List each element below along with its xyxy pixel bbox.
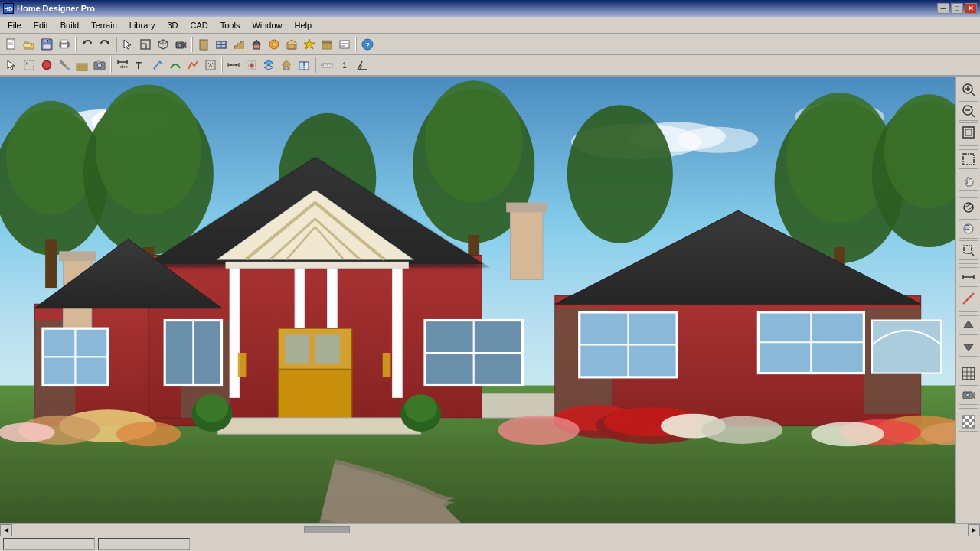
svg-rect-32 bbox=[253, 44, 260, 49]
material-button[interactable] bbox=[266, 36, 283, 53]
minimize-button[interactable]: ─ bbox=[937, 3, 949, 14]
svg-point-23 bbox=[178, 43, 182, 47]
svg-rect-147 bbox=[230, 263, 240, 397]
select-objects-button[interactable] bbox=[3, 57, 20, 73]
dimension2-button[interactable] bbox=[225, 57, 242, 73]
3d-overview-button[interactable] bbox=[155, 36, 172, 53]
save-button[interactable] bbox=[38, 36, 55, 53]
garage-button[interactable] bbox=[283, 36, 300, 53]
polyline-button[interactable] bbox=[185, 57, 201, 73]
svg-point-84 bbox=[250, 64, 253, 67]
print-button[interactable] bbox=[56, 36, 73, 53]
zoom-box-button[interactable] bbox=[959, 240, 978, 260]
menu-window[interactable]: Window bbox=[246, 19, 288, 31]
menu-terrain[interactable]: Terrain bbox=[85, 19, 123, 31]
section-button[interactable] bbox=[296, 57, 312, 73]
angle-tool[interactable] bbox=[354, 57, 371, 73]
draw-line-rt-button[interactable] bbox=[959, 289, 978, 308]
svg-point-34 bbox=[272, 42, 276, 47]
orbit-button[interactable] bbox=[959, 197, 978, 217]
camera-rt-button[interactable] bbox=[959, 385, 978, 405]
zoom-in-button[interactable] bbox=[959, 80, 978, 99]
scroll-thumb[interactable] bbox=[304, 526, 350, 533]
scroll-right-button[interactable]: ▶ bbox=[968, 524, 980, 536]
floor-texture-button[interactable] bbox=[74, 57, 90, 73]
svg-point-184 bbox=[498, 416, 580, 445]
undo-button[interactable] bbox=[79, 36, 96, 53]
select-arrow-button[interactable] bbox=[21, 57, 38, 73]
checkerboard-button[interactable] bbox=[959, 412, 978, 432]
menu-3d[interactable]: 3D bbox=[161, 19, 184, 31]
pencil-button[interactable] bbox=[149, 57, 166, 73]
svg-point-105 bbox=[677, 127, 758, 153]
svg-rect-202 bbox=[963, 154, 974, 165]
snap-button[interactable] bbox=[243, 57, 260, 73]
plan-button[interactable] bbox=[137, 36, 154, 53]
select-all-rt-button[interactable] bbox=[959, 149, 978, 169]
house-wizard-button[interactable] bbox=[301, 36, 318, 53]
svg-point-27 bbox=[205, 44, 207, 46]
door-button[interactable] bbox=[195, 36, 212, 53]
move-down-button[interactable] bbox=[959, 337, 978, 357]
paint-bucket-button[interactable] bbox=[56, 57, 73, 73]
menu-help[interactable]: Help bbox=[289, 19, 318, 31]
statusbar bbox=[0, 536, 980, 551]
room-label-button[interactable] bbox=[336, 36, 353, 53]
new-button[interactable] bbox=[3, 36, 20, 53]
sep3 bbox=[191, 37, 193, 52]
svg-point-188 bbox=[0, 422, 55, 442]
materials-rt-button[interactable] bbox=[959, 219, 978, 239]
window-button[interactable] bbox=[213, 36, 230, 53]
move-up-button[interactable] bbox=[959, 315, 978, 335]
arc-button[interactable] bbox=[167, 57, 184, 73]
menu-build[interactable]: Build bbox=[54, 19, 85, 31]
menu-file[interactable]: File bbox=[2, 19, 28, 31]
cad-button[interactable] bbox=[202, 57, 219, 73]
layer-button[interactable] bbox=[260, 57, 277, 73]
hand-tool-button[interactable] bbox=[959, 171, 978, 191]
open-button[interactable] bbox=[21, 36, 38, 53]
svg-rect-201 bbox=[965, 129, 972, 135]
redo-button[interactable] bbox=[96, 36, 113, 53]
svg-marker-14 bbox=[124, 40, 131, 49]
rt-sep5 bbox=[959, 360, 978, 360]
elevation-button[interactable] bbox=[278, 57, 295, 73]
zoom-out-button[interactable] bbox=[959, 101, 978, 121]
scroll-left-button[interactable]: ◀ bbox=[0, 524, 12, 536]
3d-camera-button[interactable] bbox=[172, 36, 189, 53]
menu-tools[interactable]: Tools bbox=[214, 19, 247, 31]
measure-rt-button[interactable] bbox=[959, 267, 978, 287]
sep5 bbox=[110, 57, 112, 73]
grid-rt-button[interactable] bbox=[959, 364, 978, 383]
svg-point-175 bbox=[196, 394, 228, 422]
svg-marker-39 bbox=[304, 39, 315, 49]
roof-button[interactable] bbox=[248, 36, 265, 53]
svg-rect-81 bbox=[252, 60, 256, 64]
deck-button[interactable] bbox=[318, 36, 335, 53]
svg-rect-225 bbox=[969, 416, 972, 419]
close-button[interactable]: ✕ bbox=[965, 3, 977, 14]
canvas-area[interactable] bbox=[0, 77, 956, 523]
camera-view-button[interactable] bbox=[91, 57, 108, 73]
svg-line-198 bbox=[972, 114, 975, 117]
svg-rect-215 bbox=[962, 367, 975, 380]
svg-text:?: ? bbox=[366, 41, 371, 49]
dimension-button[interactable]: dim bbox=[114, 57, 131, 73]
menu-library[interactable]: Library bbox=[123, 19, 162, 31]
restore-button[interactable]: □ bbox=[951, 3, 963, 14]
menu-edit[interactable]: Edit bbox=[28, 19, 54, 31]
menu-cad[interactable]: CAD bbox=[184, 19, 214, 31]
pointer-button[interactable] bbox=[119, 36, 136, 53]
rt-sep3 bbox=[959, 263, 978, 264]
svg-point-122 bbox=[567, 105, 673, 243]
scroll-track[interactable] bbox=[24, 526, 956, 535]
text-button[interactable]: T bbox=[132, 57, 149, 73]
horizontal-scrollbar[interactable]: ◀ ▶ bbox=[0, 523, 980, 536]
svg-rect-91 bbox=[299, 62, 304, 70]
svg-rect-227 bbox=[972, 419, 975, 422]
measure-toolbar-button[interactable] bbox=[318, 57, 335, 73]
fit-view-button[interactable] bbox=[959, 122, 978, 142]
help-button[interactable]: ? bbox=[359, 36, 376, 53]
stair-button[interactable] bbox=[230, 36, 247, 53]
draw-circle-button[interactable] bbox=[38, 57, 55, 73]
